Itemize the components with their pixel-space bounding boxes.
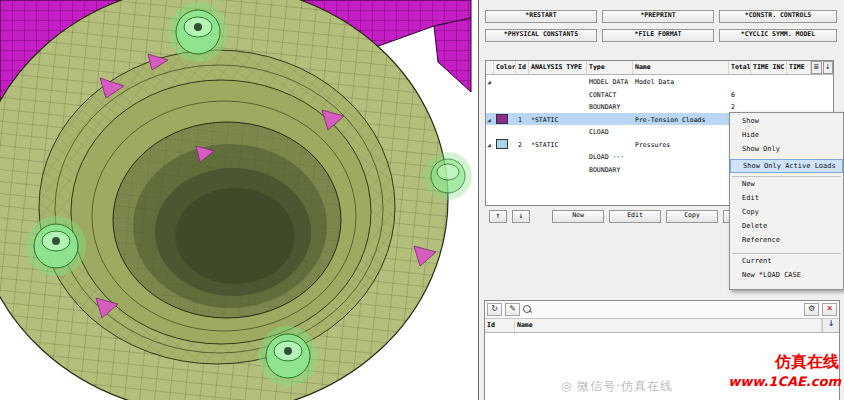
menu-item-current[interactable]: Current <box>730 257 843 271</box>
col-id[interactable]: Id <box>516 61 529 74</box>
cell-name: Model Data <box>633 76 729 86</box>
cell-total: 2 <box>729 101 751 111</box>
cell-analysis: *STATIC <box>529 114 587 124</box>
count-3: 3052 <box>6 368 28 378</box>
table-row[interactable]: CONTACT 6 <box>486 88 833 101</box>
cell-name: Pressures <box>633 139 729 149</box>
physical-constants-button[interactable]: *PHYSICAL CONSTANTS <box>485 29 597 42</box>
menu-item-show[interactable]: Show <box>730 117 843 131</box>
menu-separator <box>732 253 841 254</box>
new-button[interactable]: New <box>552 210 604 223</box>
col-analysis-type[interactable]: ANALYSIS TYPE <box>529 61 587 74</box>
col-name[interactable]: Name <box>515 319 822 332</box>
bolt-right <box>424 152 472 200</box>
keyword-buttons-row2: *PHYSICAL CONSTANTS *FILE FORMAT *CYCLIC… <box>485 29 837 42</box>
expander-icon[interactable]: ◢ <box>486 76 494 86</box>
file-format-button[interactable]: *FILE FORMAT <box>602 29 714 42</box>
cyclic-symm-model-button[interactable]: *CYCLIC SYMM. MODEL <box>719 29 837 42</box>
table-header: Color Id ANALYSIS TYPE Type Name Total T… <box>486 61 833 75</box>
expander-icon[interactable]: ◢ <box>486 114 494 124</box>
edit-button[interactable]: Edit <box>609 210 661 223</box>
cell-type: BOUNDARY <box>587 101 633 111</box>
selection-table-header: Id Name ↓ <box>485 319 839 333</box>
table-row[interactable]: BOUNDARY 2 <box>486 100 833 113</box>
bolt-left <box>26 216 86 276</box>
entity-counts: 508 4088 3052 <box>6 344 28 378</box>
app-window: 508 4088 3052 *RESTART *PREPRINT *CONSTR… <box>0 0 844 400</box>
watermark-wechat: ◎ 微信号·仿真在线 <box>561 378 673 395</box>
color-swatch[interactable] <box>496 114 508 124</box>
color-swatch[interactable] <box>496 139 508 149</box>
col-id[interactable]: Id <box>485 319 515 332</box>
menu-item-show-only[interactable]: Show Only <box>730 145 843 159</box>
col-total[interactable]: Total <box>729 61 751 74</box>
gear-icon-button[interactable]: ⚙ <box>804 303 819 316</box>
flange-part <box>0 0 448 400</box>
keyword-buttons-row1: *RESTART *PREPRINT *CONSTR. CONTROLS <box>485 10 837 23</box>
cell-type: MODEL DATA <box>587 76 633 86</box>
menu-item-edit[interactable]: Edit <box>730 194 843 208</box>
menu-item-show-only-active-loads[interactable]: Show Only Active Loads <box>730 159 843 173</box>
watermark-site-url: www.1CAE.com <box>728 374 841 389</box>
watermark-site-name: 仿真在线 <box>775 352 839 373</box>
cell-id: 1 <box>516 114 529 124</box>
close-icon-button[interactable]: ✕ <box>822 303 837 316</box>
selection-toolbar: ↻ ✎ ⚙ ✕ <box>485 301 839 319</box>
bolt-bottom <box>258 326 318 386</box>
restart-button[interactable]: *RESTART <box>485 10 597 23</box>
collapse-all-icon[interactable]: ↓ <box>823 61 834 74</box>
menu-item-new[interactable]: New <box>730 180 843 194</box>
cell-type: CONTACT <box>587 89 633 99</box>
cell-type: CLOAD <box>587 126 633 136</box>
search-icon <box>523 305 532 314</box>
col-time[interactable]: TIME <box>787 61 811 74</box>
menu-item-reference[interactable]: Reference <box>730 236 843 250</box>
col-type[interactable]: Type <box>587 61 633 74</box>
refresh-button[interactable]: ↻ <box>487 303 502 316</box>
count-1: 508 <box>6 344 22 354</box>
cell-type: BOUNDARY <box>587 164 633 174</box>
context-menu: Show Hide Show Only Show Only Active Loa… <box>729 112 844 290</box>
cell-analysis: *STATIC <box>529 139 587 149</box>
list-view-icon[interactable]: ≣ <box>811 61 822 74</box>
bolt-top <box>168 2 228 62</box>
count-2: 4088 <box>6 356 28 366</box>
constr-controls-button[interactable]: *CONSTR. CONTROLS <box>719 10 837 23</box>
cell-id: 2 <box>516 139 529 149</box>
move-down-button[interactable]: ↓ <box>512 210 530 223</box>
menu-separator <box>732 176 841 177</box>
preprint-button[interactable]: *PREPRINT <box>602 10 714 23</box>
3d-viewport[interactable]: 508 4088 3052 <box>0 0 478 400</box>
menu-item-new-load-case[interactable]: New *LOAD CASE <box>730 271 843 285</box>
col-time-inc[interactable]: TIME INC <box>751 61 787 74</box>
cell-name: Pre-Tension Cloads <box>633 114 729 124</box>
edit-pencil-button[interactable]: ✎ <box>505 303 520 316</box>
expand-down-icon[interactable]: ↓ <box>822 319 839 332</box>
search-input[interactable] <box>535 303 801 317</box>
menu-item-hide[interactable]: Hide <box>730 131 843 145</box>
cell-total: 6 <box>729 89 751 99</box>
menu-item-delete[interactable]: Delete <box>730 222 843 236</box>
copy-button[interactable]: Copy <box>666 210 718 223</box>
expander-icon[interactable]: ◢ <box>486 139 494 149</box>
move-up-button[interactable]: ↑ <box>489 210 507 223</box>
mesh-scene: 508 4088 3052 <box>0 0 478 400</box>
table-row[interactable]: ◢ MODEL DATA Model Data <box>486 75 833 88</box>
cell-type: DLOAD ··· <box>587 151 633 161</box>
load-case-panel: *RESTART *PREPRINT *CONSTR. CONTROLS *PH… <box>478 0 844 400</box>
menu-item-copy[interactable]: Copy <box>730 208 843 222</box>
col-name[interactable]: Name <box>633 61 729 74</box>
col-color[interactable]: Color <box>494 61 516 74</box>
